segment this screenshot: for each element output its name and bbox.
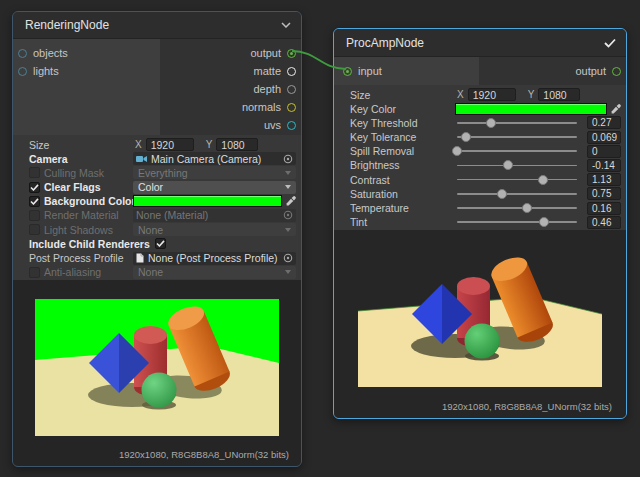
clear-flags-checkbox[interactable] (29, 182, 40, 193)
key-threshold-slider[interactable] (455, 116, 579, 129)
size-y-input[interactable]: 1080 (538, 88, 580, 101)
port-circle-icon[interactable] (18, 49, 27, 58)
field-row-light-shadows: Light Shadows None (29, 223, 296, 236)
procamp-node[interactable]: ProcAmpNode input output Size X 1920 Y 1… (333, 28, 627, 419)
contrast-value[interactable]: 1.13 (587, 173, 621, 186)
output-port-output[interactable]: output (479, 57, 626, 85)
camera-label: Camera (29, 153, 68, 165)
light-shadows-checkbox[interactable] (29, 224, 40, 235)
rendering-node-header[interactable]: RenderingNode (13, 12, 301, 39)
camera-object-field[interactable]: Main Camera (Camera) (133, 152, 296, 165)
input-port-input[interactable]: input (334, 57, 479, 85)
post-process-profile-object-field[interactable]: None (Post Process Profile) (133, 252, 296, 265)
field-row-anti-aliasing: Anti-aliasing None (29, 266, 296, 279)
node-enabled-check-icon[interactable] (604, 38, 616, 48)
key-color-swatch[interactable] (455, 103, 607, 115)
size-x-input[interactable]: 1920 (468, 88, 516, 101)
temperature-value[interactable]: 0.16 (587, 202, 621, 215)
background-color-swatch[interactable] (133, 195, 282, 207)
field-row-camera: Camera Main Camera (Camera) (29, 152, 296, 165)
port-circle-icon[interactable] (287, 121, 296, 130)
saturation-slider[interactable] (455, 187, 579, 200)
brightness-slider[interactable] (455, 159, 579, 172)
object-picker-icon[interactable] (283, 253, 293, 263)
procamp-node-header[interactable]: ProcAmpNode (334, 29, 626, 57)
object-picker-icon[interactable] (283, 154, 293, 164)
clear-flags-dropdown[interactable]: Color (133, 181, 296, 194)
clear-flags-label: Clear Flags (44, 181, 101, 193)
key-tolerance-value[interactable]: 0.069 (587, 131, 621, 144)
keyed-preview-image (358, 250, 602, 387)
port-circle-icon[interactable] (287, 85, 296, 94)
slider-label: Contrast (350, 174, 390, 186)
render-preview-image (35, 299, 279, 436)
dropdown-arrow-icon (285, 228, 291, 232)
contrast-slider[interactable] (455, 173, 579, 186)
rendering-node-ports: objects lights output matte depth normal… (13, 39, 301, 135)
rendering-node[interactable]: RenderingNode objects lights output matt… (12, 11, 302, 467)
chevron-down-icon[interactable] (281, 22, 291, 28)
port-circle-icon[interactable] (612, 67, 621, 76)
background-color-label: Background Color (44, 195, 133, 207)
light-shadows-label: Light Shadows (44, 224, 113, 236)
culling-mask-checkbox[interactable] (29, 167, 40, 178)
key-tolerance-slider[interactable] (455, 131, 579, 144)
render-material-checkbox[interactable] (29, 210, 40, 221)
light-shadows-dropdown[interactable]: None (133, 223, 296, 236)
port-circle-icon[interactable] (343, 67, 352, 76)
input-port-lights[interactable]: lights (13, 62, 160, 80)
field-row-culling-mask: Culling Mask Everything (29, 166, 296, 179)
port-circle-icon[interactable] (287, 103, 296, 112)
rendering-node-preview: 1920x1080, R8G8B8A8_UNorm(32 bits) (13, 280, 301, 466)
output-port-matte[interactable]: matte (160, 62, 301, 80)
port-circle-icon[interactable] (287, 67, 296, 76)
input-port-objects[interactable]: objects (13, 44, 160, 62)
include-child-renderers-checkbox[interactable] (155, 238, 166, 249)
slider-handle[interactable] (522, 203, 532, 213)
port-label: depth (253, 83, 281, 95)
spill-removal-value[interactable]: 0 (587, 145, 621, 158)
temperature-slider[interactable] (455, 202, 579, 215)
slider-handle[interactable] (452, 146, 462, 156)
slider-handle[interactable] (503, 160, 513, 170)
anti-aliasing-label: Anti-aliasing (44, 266, 101, 278)
key-color-label: Key Color (350, 103, 396, 115)
tint-slider[interactable] (455, 216, 579, 229)
size-x-input[interactable]: 1920 (146, 138, 194, 151)
slider-handle[interactable] (486, 118, 496, 128)
key-threshold-value[interactable]: 0.27 (587, 116, 621, 129)
output-port-output[interactable]: output (160, 44, 301, 62)
anti-aliasing-dropdown[interactable]: None (133, 266, 296, 279)
green-sphere (465, 323, 500, 358)
port-circle-icon[interactable] (287, 49, 296, 58)
output-port-uvs[interactable]: uvs (160, 116, 301, 134)
output-port-normals[interactable]: normals (160, 98, 301, 116)
slider-handle[interactable] (497, 189, 507, 199)
slider-handle[interactable] (461, 132, 471, 142)
camera-object-value: Main Camera (Camera) (151, 153, 279, 165)
object-picker-icon[interactable] (283, 210, 293, 220)
slider-handle[interactable] (539, 217, 549, 227)
background-color-checkbox[interactable] (29, 196, 40, 207)
field-row-tint: Tint 0.46 (350, 216, 621, 229)
procamp-node-ports: input output (334, 57, 626, 85)
size-y-input[interactable]: 1080 (216, 138, 258, 151)
port-circle-icon[interactable] (18, 67, 27, 76)
render-material-object-field[interactable]: None (Material) (133, 209, 296, 222)
input-ports-column: objects lights (13, 39, 160, 135)
culling-mask-dropdown[interactable]: Everything (133, 166, 296, 179)
y-axis-label: Y (528, 89, 535, 100)
port-label: lights (33, 65, 59, 77)
port-label: output (575, 65, 606, 77)
slider-label: Temperature (350, 202, 409, 214)
brightness-value[interactable]: -0.14 (587, 159, 621, 172)
tint-value[interactable]: 0.46 (587, 216, 621, 229)
eyedropper-icon[interactable] (286, 196, 296, 206)
field-row-clear-flags: Clear Flags Color (29, 181, 296, 194)
output-port-depth[interactable]: depth (160, 80, 301, 98)
saturation-value[interactable]: 0.75 (587, 187, 621, 200)
anti-aliasing-checkbox[interactable] (29, 267, 40, 278)
slider-handle[interactable] (538, 175, 548, 185)
eyedropper-icon[interactable] (611, 104, 621, 114)
spill-removal-slider[interactable] (455, 145, 579, 158)
